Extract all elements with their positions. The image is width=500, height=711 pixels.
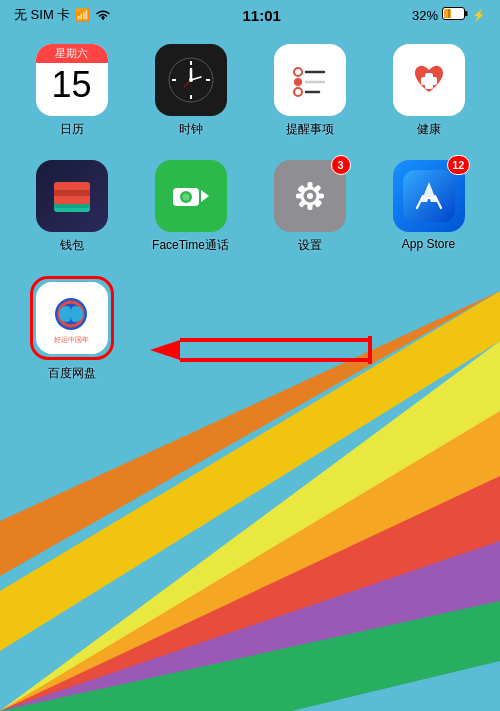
app-health[interactable]: 健康 [377,44,480,138]
status-right: 32% ⚡ [412,7,486,23]
svg-rect-11 [465,11,468,16]
health-label: 健康 [417,121,441,138]
battery-icon [442,7,468,23]
carrier-label: 无 SIM 卡 [14,6,70,24]
svg-rect-47 [296,194,303,199]
app-baidu[interactable]: 好运中国年 百度网盘 [20,276,123,382]
app-appstore[interactable]: 12 App Store [377,160,480,254]
baidu-icon: 好运中国年 [36,282,108,354]
arrow-annotation [110,318,380,383]
svg-rect-32 [421,77,437,85]
status-time: 11:01 [242,7,280,24]
app-clock[interactable]: 时钟 [139,44,242,138]
svg-rect-48 [317,194,324,199]
calendar-icon: 星期六 15 [36,44,108,116]
sim-icon: 📶 [75,8,90,22]
baidu-highlight-border: 好运中国年 [30,276,114,360]
settings-label: 设置 [298,237,322,254]
reminders-icon [274,44,346,116]
svg-rect-46 [307,203,312,210]
cal-weekday: 星期六 [36,44,108,63]
wallet-icon [36,160,108,232]
clock-label: 时钟 [179,121,203,138]
facetime-label: FaceTime通话 [152,237,229,254]
status-left: 无 SIM 卡 📶 [14,6,111,24]
svg-point-22 [189,78,193,82]
svg-point-44 [307,193,313,199]
wallet-label: 钱包 [60,237,84,254]
facetime-icon [155,160,227,232]
settings-badge: 3 [331,155,351,175]
svg-rect-10 [444,9,451,18]
battery-label: 32% [412,8,438,23]
reminders-label: 提醒事项 [286,121,334,138]
svg-rect-45 [307,182,312,189]
app-calendar[interactable]: 星期六 15 日历 [20,44,123,138]
app-facetime[interactable]: FaceTime通话 [139,160,242,254]
svg-point-40 [182,194,189,201]
calendar-label: 日历 [60,121,84,138]
svg-rect-23 [284,54,336,106]
svg-rect-36 [54,190,90,196]
wifi-icon [95,8,111,23]
health-icon [393,44,465,116]
appstore-badge: 12 [447,155,469,175]
clock-icon [155,44,227,116]
status-bar: 无 SIM 卡 📶 11:01 32% ⚡ [0,0,500,28]
svg-point-26 [294,78,302,86]
app-row-2: 钱包 FaceTime通话 [0,150,500,264]
appstore-label: App Store [402,237,455,251]
cal-day-num: 15 [51,65,91,105]
app-reminders[interactable]: 提醒事项 [258,44,361,138]
svg-text:好运中国年: 好运中国年 [54,336,89,344]
charging-icon: ⚡ [472,9,486,22]
app-settings[interactable]: 3 设置 [258,160,361,254]
app-wallet[interactable]: 钱包 [20,160,123,254]
app-row-1: 星期六 15 日历 [0,34,500,148]
baidu-label: 百度网盘 [48,365,96,382]
svg-point-8 [102,17,104,19]
svg-marker-64 [150,340,180,360]
